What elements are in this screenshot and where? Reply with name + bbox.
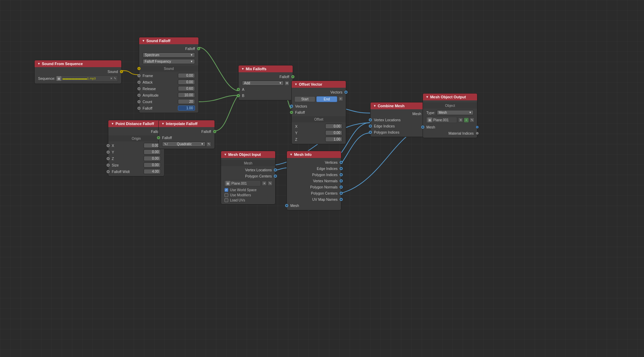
edge-indices-output: Edge Indices (287, 165, 341, 172)
node-sound-falloff-header[interactable]: ▼ Sound Falloff (139, 37, 198, 44)
vectors-in-socket (290, 105, 293, 108)
plane-field[interactable]: ▦ Plane.001 (224, 180, 261, 186)
plane-icon-output: ▦ (427, 118, 432, 122)
vectors-input-row: Vectors (292, 103, 346, 109)
z-row: Z 1.00 (292, 136, 346, 143)
collapse-arrow[interactable]: ▼ (37, 62, 40, 65)
end-btn[interactable]: End (316, 96, 337, 102)
mesh-in-socket (285, 204, 288, 207)
start-btn[interactable]: Start (294, 96, 315, 102)
offset-label: Offset (292, 116, 346, 122)
type-row: Type: Mesh ▼ (423, 109, 477, 116)
node-mesh-object-input-header[interactable]: ▼ Mesh Object Input (221, 151, 275, 158)
seq-edit-btn[interactable]: ✎ (114, 77, 117, 80)
node-mesh-object-input: ▼ Mesh Object Input Mesh Vertex Location… (221, 151, 276, 205)
a-input-row: A (239, 86, 293, 93)
polygon-centers-output: Polygon Centers (221, 173, 275, 179)
material-indices-row: Material Indices (423, 130, 477, 136)
use-modifiers-row: Use Modifiers (221, 193, 275, 198)
node-sound-from-sequence-header[interactable]: ▼ Sound From Sequence (35, 60, 121, 67)
node-mesh-info-header[interactable]: ▼ Mesh Info (287, 151, 341, 158)
edge-indices-socket (340, 167, 343, 170)
node-interpolate-header[interactable]: ▼ Interpolate Falloff (159, 120, 215, 127)
b-input-row: B (239, 93, 293, 99)
falloff-output-socket (197, 47, 200, 50)
amplitude-socket (137, 94, 141, 97)
load-uvs-row: Load UVs (221, 198, 275, 203)
falloff-freq-dropdown-row[interactable]: Falloff Frequency ▼ (139, 58, 198, 65)
z-socket (107, 157, 110, 160)
falloff-width-socket (107, 170, 110, 173)
collapse-arrow[interactable]: ▼ (426, 95, 429, 99)
seq-value: ▬▬▬▬▬▬▬▬1.mp3 (62, 77, 109, 80)
seq-clear-btn[interactable]: ✕ (110, 77, 113, 80)
falloff-output-row: Falloff (239, 74, 293, 80)
collapse-arrow[interactable]: ▼ (142, 39, 145, 42)
falloff-output-row: Falloff (139, 46, 198, 52)
collapse-arrow[interactable]: ▼ (161, 122, 165, 125)
add-btn-output[interactable]: + (464, 118, 469, 122)
node-sound-from-sequence: ▼ Sound From Sequence Sound Sequence: ▦ … (34, 60, 122, 84)
mesh-out-dot (476, 126, 478, 128)
edit-btn-output[interactable]: ✎ (470, 118, 474, 122)
node-offset-vector-header[interactable]: ▼ Offset Vector (292, 81, 346, 88)
vertex-locations-output: Vertex Locations (221, 167, 275, 173)
node-sound-falloff: ▼ Sound Falloff Falloff Spectrum ▼ Fallo… (139, 37, 199, 113)
polygon-normals-socket (340, 186, 343, 189)
z-row: Z 0.00 (108, 155, 164, 162)
node-mix-falloffs-header[interactable]: ▼ Mix Falloffs (239, 65, 293, 72)
mesh-input-row: Mesh (287, 202, 341, 209)
load-uvs-checkbox[interactable] (224, 198, 228, 202)
node-title: Mesh Info (294, 152, 312, 157)
node-offset-vector: ▼ Offset Vector Vectors Start End ≡ Vect… (291, 81, 346, 144)
spectrum-dropdown-row[interactable]: Spectrum ▼ (139, 52, 198, 58)
vertices-socket (340, 161, 343, 164)
falloff-width-row: Falloff Widt 4.00 (108, 168, 164, 175)
node-mesh-object-output: ▼ Mesh Object Output Object Type: Mesh ▼… (423, 93, 477, 138)
interpolate-edit-btn[interactable]: ✎ (206, 142, 211, 147)
b-socket (237, 94, 240, 97)
node-mix-falloffs: ▼ Mix Falloffs Falloff Add ▼ ⊞ A B (238, 65, 293, 100)
mix-mode-dropdown[interactable]: Add ▼ (242, 81, 284, 86)
quadratic-row[interactable]: ✎/ Quadratic ▼ ✎ (159, 141, 215, 147)
plane-row: ▦ Plane.001 ✕ + ✎ (423, 116, 477, 124)
collapse-arrow[interactable]: ▼ (290, 153, 293, 156)
sequence-row: Sequence: ▦ ▬▬▬▬▬▬▬▬1.mp3 ✕ ✎ (35, 75, 121, 82)
sequence-field[interactable]: ▦ ▬▬▬▬▬▬▬▬1.mp3 ✕ ✎ (55, 75, 118, 82)
y-socket (107, 150, 110, 153)
interpolate-dropdown[interactable]: ✎/ Quadratic ▼ (162, 141, 206, 147)
edit-btn[interactable]: ✎ (268, 181, 272, 186)
plane-field-output[interactable]: ▦ Plane.001 (426, 117, 457, 123)
falloff-output-row: Falloff (159, 128, 215, 135)
collapse-arrow[interactable]: ▼ (241, 67, 244, 71)
object-label: Object (423, 102, 477, 109)
use-modifiers-checkbox[interactable] (224, 193, 228, 197)
use-world-space-checkbox[interactable] (224, 188, 228, 192)
node-combine-mesh-header[interactable]: ▼ Combine Mesh (370, 102, 425, 109)
collapse-arrow[interactable]: ▼ (294, 83, 297, 86)
mix-icon-btn[interactable]: ⊞ (284, 81, 289, 86)
falloff-freq-dropdown[interactable]: Falloff Frequency ▼ (143, 59, 195, 64)
falloff-input-socket (137, 107, 141, 110)
type-dropdown[interactable]: Mesh ▼ (437, 110, 474, 115)
spectrum-dropdown[interactable]: Spectrum ▼ (143, 52, 195, 58)
polygon-indices-output: Polygon Indices (287, 172, 341, 178)
clear-btn-output[interactable]: ✕ (458, 118, 463, 122)
add-dropdown-row[interactable]: Add ▼ ⊞ (239, 80, 293, 86)
collapse-arrow[interactable]: ▼ (373, 104, 376, 108)
node-point-dist-header[interactable]: ▼ Point Distance Falloff (108, 120, 164, 127)
falloff-out-socket (213, 130, 216, 133)
node-mesh-info: ▼ Mesh Info Vertices Edge Indices Polygo… (287, 151, 341, 210)
collapse-arrow[interactable]: ▼ (224, 153, 227, 156)
node-title: Mix Falloffs (246, 67, 267, 71)
frame-socket (137, 74, 141, 77)
list-btn[interactable]: ≡ (338, 96, 343, 101)
collapse-arrow[interactable]: ▼ (111, 122, 114, 125)
node-mesh-output-header[interactable]: ▼ Mesh Object Output (423, 94, 477, 100)
polygon-indices-input: Polygon Indices (370, 129, 425, 135)
uv-map-names-output: UV Map Names (287, 196, 341, 202)
edge-idx-socket (369, 125, 372, 128)
falloff-input-row: Falloff (292, 109, 346, 115)
clear-btn[interactable]: ✕ (262, 181, 267, 186)
polygon-centers-socket (274, 175, 277, 178)
